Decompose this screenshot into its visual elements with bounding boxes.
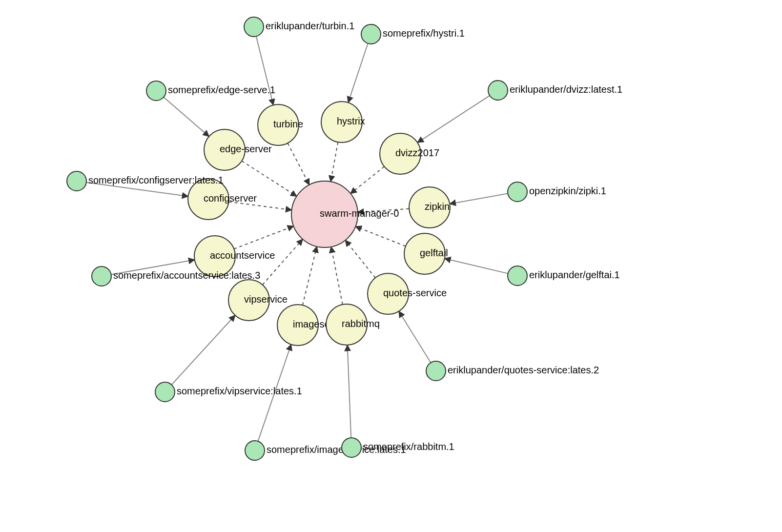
- edge-service-to-center: [263, 239, 303, 285]
- edge-image-to-service: [445, 259, 508, 274]
- nodes-layer: swarm-manager-0turbinehystrixedge-server…: [67, 17, 622, 460]
- node-image-img-vipservice[interactable]: [155, 382, 175, 402]
- node-service-label: dvizz2017: [395, 147, 439, 158]
- node-image-img-rabbitmq[interactable]: [342, 438, 361, 457]
- node-image-label: someprefix/configserver:lates.1: [88, 175, 224, 185]
- node-image-img-dvizz[interactable]: [488, 81, 508, 100]
- node-image-label: someprefix/hystri.1: [383, 28, 465, 39]
- node-image-img-configserver[interactable]: [67, 171, 86, 191]
- edge-image-to-service: [450, 194, 508, 204]
- node-image-label: eriklupander/turbin.1: [266, 20, 354, 31]
- edge-service-to-center: [355, 226, 406, 246]
- edge-image-to-service: [172, 315, 235, 385]
- edge-service-to-center: [331, 247, 343, 305]
- node-image-label: someprefix/rabbitm.1: [363, 441, 454, 452]
- node-image-label: openzipkin/zipki.1: [529, 185, 606, 196]
- edge-service-to-center: [330, 142, 338, 182]
- graph-canvas[interactable]: swarm-manager-0turbinehystrixedge-server…: [0, 0, 782, 532]
- node-service-label: gelftail: [420, 247, 448, 258]
- node-service-label: hystrix: [337, 116, 365, 126]
- edge-image-to-service: [164, 97, 209, 136]
- edge-service-to-center: [350, 166, 384, 193]
- node-service-label: vipservice: [244, 294, 288, 305]
- edge-image-to-service: [348, 43, 368, 102]
- edge-service-to-center: [345, 240, 375, 278]
- node-image-label: someprefix/vipservice:lates.1: [177, 386, 302, 396]
- node-service-label: quotes-service: [383, 287, 447, 298]
- edge-service-to-center: [242, 161, 297, 196]
- edge-service-to-center: [234, 226, 293, 249]
- node-image-label: eriklupander/quotes-service:lates.2: [448, 365, 599, 375]
- node-image-img-edge-serve[interactable]: [146, 81, 166, 101]
- edge-image-to-service: [348, 345, 351, 438]
- edge-service-to-center: [303, 246, 317, 305]
- node-image-label: eriklupander/dvizz:latest.1: [510, 84, 622, 95]
- node-image-img-gelftail[interactable]: [508, 266, 527, 286]
- node-service-label: zipkin: [425, 201, 450, 212]
- node-center-label: swarm-manager-0: [320, 208, 399, 219]
- node-image-label: eriklupander/gelftai.1: [529, 269, 620, 280]
- node-image-label: someprefix/edge-serve.1: [168, 84, 275, 95]
- node-service-label: accountservice: [210, 250, 275, 261]
- node-image-img-hystri[interactable]: [361, 24, 381, 44]
- node-service-label: configserver: [204, 193, 257, 204]
- node-image-img-zipkin[interactable]: [508, 182, 527, 202]
- node-image-img-accountservice[interactable]: [92, 266, 111, 286]
- node-service-label: turbine: [273, 119, 303, 129]
- node-service-label: rabbitmq: [342, 318, 380, 329]
- edge-image-to-service: [417, 96, 490, 143]
- edge-service-to-center: [288, 143, 309, 184]
- edge-image-to-service: [399, 311, 431, 363]
- node-image-label: someprefix/accountservice:lates.3: [113, 270, 260, 281]
- node-image-img-imageservice[interactable]: [245, 441, 265, 460]
- node-service-label: edge-server: [220, 143, 272, 154]
- node-image-img-turbin[interactable]: [244, 17, 264, 37]
- node-image-img-quotes[interactable]: [426, 361, 446, 381]
